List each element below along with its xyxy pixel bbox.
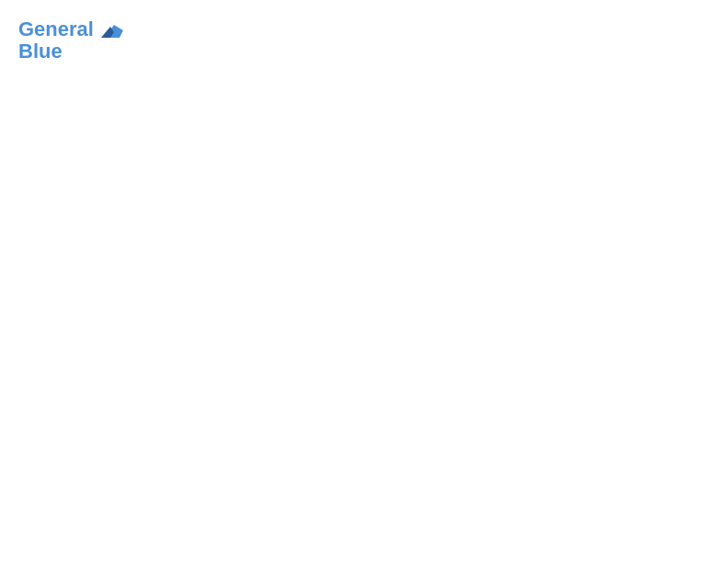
- logo: General Blue: [18, 18, 123, 63]
- logo-text: General: [18, 18, 123, 40]
- logo-blue: Blue: [18, 40, 123, 63]
- logo-icon: [101, 21, 123, 40]
- page-header: General Blue: [18, 18, 710, 63]
- logo-general: General: [18, 17, 94, 40]
